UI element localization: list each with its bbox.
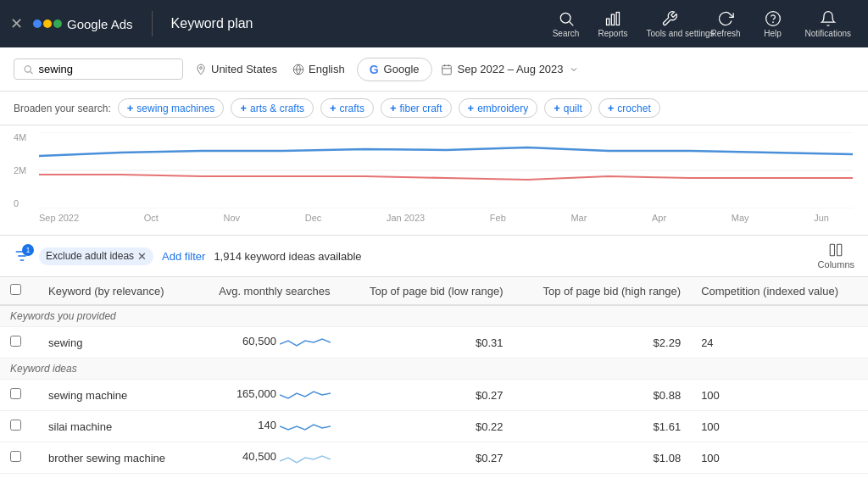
col-avg-monthly: Avg. monthly searches [192, 277, 340, 305]
chart-area: 4M 2M 0 Sep 2022 Oct Nov Dec Jan 2023 Fe… [0, 125, 868, 236]
remove-filter-button[interactable]: ✕ [137, 250, 147, 263]
bid-low-sewing: $0.31 [341, 327, 514, 358]
sparkline-sewing [280, 334, 331, 351]
keyword-brother: brother sewing machine [38, 442, 192, 474]
search-box-icon [23, 64, 34, 75]
bid-low-brother: $0.27 [341, 442, 514, 474]
ideas-count: 1,914 keyword ideas available [214, 250, 361, 263]
suggest-chip-2[interactable]: +crafts [320, 98, 374, 118]
suggest-chip-0[interactable]: +sewing machines [118, 98, 225, 118]
reports-icon [604, 10, 621, 27]
columns-button[interactable]: Columns [818, 242, 854, 270]
add-filter-button[interactable]: Add filter [162, 250, 205, 263]
svg-point-5 [765, 11, 780, 25]
network-selector[interactable]: G Google [357, 58, 432, 81]
help-nav-button[interactable]: Help [753, 7, 793, 42]
page-title: Keyword plan [171, 16, 253, 31]
row-checkbox-silai[interactable] [10, 420, 21, 431]
refresh-nav-button[interactable]: Refresh [704, 7, 748, 42]
search-box[interactable] [14, 58, 183, 80]
location-selector[interactable]: United States [192, 61, 281, 77]
table-wrapper: Keyword (by relevance) Avg. monthly sear… [0, 277, 868, 478]
tools-nav-label: Tools and settings [647, 29, 693, 38]
help-icon [765, 10, 782, 27]
google-ads-label: Google Ads [67, 17, 133, 31]
logo-circle-blue [33, 19, 42, 28]
row-checkbox-brother[interactable] [10, 451, 21, 462]
x-label-7: Apr [652, 213, 666, 223]
svg-line-1 [569, 21, 573, 25]
x-label-9: Jun [814, 213, 829, 223]
location-icon [195, 64, 207, 75]
suggest-chip-6[interactable]: +crochet [598, 98, 660, 118]
filter-badge: 1 [22, 244, 34, 256]
bid-high-sm: $0.88 [513, 380, 691, 411]
help-nav-label: Help [764, 29, 782, 38]
search-input[interactable] [39, 63, 174, 75]
avg-sm: 165,000 [192, 380, 340, 411]
chevron-down-icon [569, 64, 579, 75]
language-selector[interactable]: English [289, 61, 348, 77]
columns-label: Columns [818, 259, 854, 270]
suggest-chip-1[interactable]: +arts & crafts [231, 98, 314, 118]
refresh-icon [717, 10, 734, 27]
keyword-sewing: sewing [38, 327, 192, 358]
x-label-6: Mar [570, 213, 587, 223]
section-ideas-label: Keyword ideas [0, 358, 868, 380]
suggest-bar: Broaden your search: +sewing machines +a… [0, 92, 868, 125]
row-checkbox-sm[interactable] [10, 388, 21, 399]
svg-rect-2 [607, 19, 609, 25]
chart-y-4m: 4M [14, 132, 26, 142]
search-nav-label: Search [553, 29, 580, 38]
logo-circle-yellow [43, 19, 52, 28]
chart-y-2m: 2M [14, 165, 26, 175]
tools-nav-button[interactable]: Tools and settings [640, 7, 699, 42]
language-icon [292, 64, 304, 75]
refresh-nav-label: Refresh [711, 29, 741, 38]
competition-sewing: 24 [691, 327, 868, 358]
close-button[interactable]: ✕ [10, 14, 23, 33]
competition-brother: 100 [691, 442, 868, 474]
bid-high-sewing: $2.29 [513, 327, 691, 358]
nav-divider [152, 11, 153, 36]
date-range-selector[interactable]: Sep 2022 – Aug 2023 [441, 63, 579, 75]
tools-icon [661, 10, 678, 27]
keyword-row-silai: silai machine 140 $0.22 $1.61 100 [0, 411, 868, 442]
avg-silai: 140 [192, 411, 340, 442]
filter-bar: 1 Exclude adult ideas ✕ Add filter 1,914… [0, 236, 868, 277]
notifications-nav-label: Notifications [805, 29, 851, 38]
avg-brother: 40,500 [192, 442, 340, 474]
location-label: United States [211, 63, 277, 75]
x-label-4: Jan 2023 [387, 213, 425, 223]
col-bid-low: Top of page bid (low range) [341, 277, 514, 305]
row-checkbox-sewing[interactable] [10, 336, 21, 347]
suggest-label: Broaden your search: [14, 103, 111, 114]
col-keyword: Keyword (by relevance) [38, 277, 192, 305]
notifications-nav-button[interactable]: Notifications [798, 7, 858, 42]
competition-silai: 100 [691, 411, 868, 442]
bid-high-silai: $1.61 [513, 411, 691, 442]
x-label-5: Feb [490, 213, 506, 223]
google-g: G [370, 63, 379, 76]
suggest-chip-4[interactable]: +embroidery [459, 98, 538, 118]
active-filter-label: Exclude adult ideas [46, 250, 134, 262]
search-nav-button[interactable]: Search [546, 7, 587, 42]
filter-icon-button[interactable]: 1 [14, 247, 31, 264]
suggest-chip-3[interactable]: +fiber craft [381, 98, 452, 118]
chart-y-0: 0 [14, 198, 26, 208]
keyword-row-sewing: sewing 60,500 $0.31 $2.29 24 [0, 327, 868, 358]
x-label-0: Sep 2022 [39, 213, 79, 223]
chart-y-labels: 4M 2M 0 [14, 132, 26, 208]
google-ads-logo: Google Ads [33, 17, 133, 31]
reports-nav-button[interactable]: Reports [592, 7, 635, 42]
x-label-2: Nov [224, 213, 241, 223]
suggest-chip-5[interactable]: +quilt [544, 98, 592, 118]
section-provided-label: Keywords you provided [0, 305, 868, 327]
col-bid-high: Top of page bid (high range) [513, 277, 691, 305]
svg-rect-16 [831, 244, 835, 256]
bid-low-silai: $0.22 [341, 411, 514, 442]
active-filter-tag: Exclude adult ideas ✕ [39, 247, 153, 265]
select-all-checkbox[interactable] [10, 284, 21, 295]
keywords-table: Keyword (by relevance) Avg. monthly sear… [0, 277, 868, 474]
chart-x-labels: Sep 2022 Oct Nov Dec Jan 2023 Feb Mar Ap… [14, 213, 854, 223]
